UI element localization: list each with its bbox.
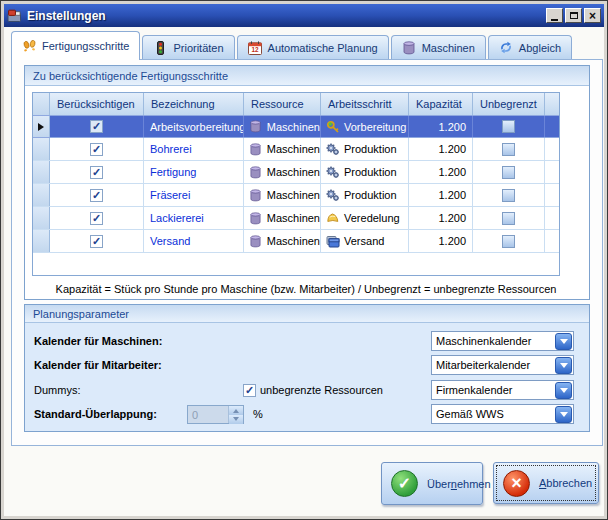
table-row[interactable]: Arbeitsvorbereitung Maschinen Vorbereitu… bbox=[33, 115, 559, 138]
staff-calendar-label: Kalender für Mitarbeiter: bbox=[34, 359, 162, 371]
col-bezeichnung[interactable]: Bezeichnung bbox=[144, 93, 244, 115]
gears-icon bbox=[325, 165, 340, 179]
col-ressource[interactable]: Ressource bbox=[244, 93, 321, 115]
params-group: Planungsparameter Kalender für Maschinen… bbox=[24, 304, 590, 432]
spinner-up-icon[interactable] bbox=[229, 406, 243, 415]
tab-label: Maschinen bbox=[422, 42, 475, 54]
settings-window: Einstellungen × Fertigungsschritte bbox=[0, 0, 608, 520]
staff-calendar-value: Mitarbeiterkalender bbox=[432, 359, 555, 371]
row-selector[interactable] bbox=[33, 207, 50, 229]
col-beruecksichtigen[interactable]: Berücksichtigen bbox=[50, 93, 144, 115]
tab-automatische-planung[interactable]: 12 Automatische Planung bbox=[237, 35, 389, 59]
percent-unit-label: % bbox=[253, 408, 263, 420]
unbegrenzt-cell bbox=[473, 207, 545, 229]
dummys-label: Dummys: bbox=[34, 384, 80, 396]
arbeitsschritt-label: Versand bbox=[344, 235, 384, 247]
col-unbegrenzt[interactable]: Unbegrenzt bbox=[473, 93, 545, 115]
key-icon bbox=[325, 120, 340, 134]
gem-icon bbox=[325, 211, 340, 225]
cancel-button[interactable]: × Abbrechen bbox=[493, 462, 599, 504]
staff-calendar-select[interactable]: Mitarbeiterkalender bbox=[431, 355, 574, 375]
tab-maschinen[interactable]: Maschinen bbox=[391, 35, 486, 59]
machines-calendar-row: Kalender für Maschinen: Maschinenkalende… bbox=[34, 331, 581, 351]
database-icon bbox=[248, 120, 263, 134]
row-selector[interactable] bbox=[33, 138, 50, 160]
capacity-note: Kapazität = Stück pro Stunde pro Maschin… bbox=[25, 283, 587, 295]
table-row[interactable]: Bohrerei Maschinen Produktion 1.200 bbox=[33, 138, 559, 161]
row-selector[interactable] bbox=[33, 184, 50, 206]
tab-label: Prioritäten bbox=[173, 42, 223, 54]
params-group-title: Planungsparameter bbox=[25, 305, 589, 323]
row-checkbox[interactable] bbox=[90, 120, 103, 133]
footprints-icon bbox=[22, 39, 37, 53]
row-checkbox[interactable] bbox=[90, 212, 103, 225]
table-row[interactable]: Lackiererei Maschinen Veredelung 1.200 bbox=[33, 207, 559, 230]
chevron-down-icon[interactable] bbox=[555, 333, 572, 350]
overlap-source-value: Gemäß WWS bbox=[432, 408, 555, 420]
ressource-label: Maschinen bbox=[267, 212, 320, 224]
table-header: Berücksichtigen Bezeichnung Ressource Ar… bbox=[33, 93, 559, 115]
bezeichnung-cell: Bohrerei bbox=[144, 138, 244, 160]
arbeitsschritt-cell: Produktion bbox=[321, 184, 409, 206]
ressource-cell: Maschinen bbox=[244, 116, 321, 137]
row-selector[interactable] bbox=[33, 230, 50, 252]
row-checkbox[interactable] bbox=[90, 235, 103, 248]
tab-page: Zu berücksichtigende Fertigungsschritte … bbox=[11, 59, 603, 446]
beruecksichtigen-cell bbox=[50, 184, 144, 206]
unbegrenzt-checkbox[interactable] bbox=[502, 235, 515, 248]
minimize-button[interactable] bbox=[546, 8, 563, 23]
database-icon bbox=[248, 142, 263, 156]
kapazitaet-cell: 1.200 bbox=[409, 207, 473, 229]
table-row[interactable]: Fertigung Maschinen Produktion 1.200 bbox=[33, 161, 559, 184]
unbegrenzte-ressourcen-checkbox[interactable] bbox=[243, 384, 256, 397]
unbegrenzt-checkbox[interactable] bbox=[502, 189, 515, 202]
staff-calendar-row: Kalender für Mitarbeiter: Mitarbeiterkal… bbox=[34, 355, 581, 375]
database-icon bbox=[248, 165, 263, 179]
table-row[interactable]: Versand Maschinen Versand 1.200 bbox=[33, 230, 559, 253]
chevron-down-icon[interactable] bbox=[555, 357, 572, 374]
database-icon bbox=[248, 188, 263, 202]
row-checkbox[interactable] bbox=[90, 189, 103, 202]
dummys-calendar-select[interactable]: Firmenkalender bbox=[431, 380, 574, 400]
tab-abgleich[interactable]: Abgleich bbox=[488, 35, 572, 59]
window-title: Einstellungen bbox=[27, 9, 541, 23]
steps-group-title: Zu berücksichtigende Fertigungsschritte bbox=[25, 66, 589, 86]
cancel-button-label: Abbrechen bbox=[539, 477, 592, 489]
unbegrenzt-checkbox[interactable] bbox=[502, 143, 515, 156]
overlap-source-select[interactable]: Gemäß WWS bbox=[431, 404, 574, 424]
overlap-spinner-value: 0 bbox=[188, 406, 228, 423]
col-kapazitaet[interactable]: Kapazität bbox=[409, 93, 473, 115]
bezeichnung-cell: Versand bbox=[144, 230, 244, 252]
close-button[interactable]: × bbox=[584, 8, 601, 23]
spinner-down-icon[interactable] bbox=[229, 415, 243, 424]
row-checkbox[interactable] bbox=[90, 166, 103, 179]
row-selector[interactable] bbox=[33, 161, 50, 183]
row-selector[interactable] bbox=[33, 116, 50, 137]
chevron-down-icon[interactable] bbox=[555, 382, 572, 399]
row-checkbox[interactable] bbox=[90, 143, 103, 156]
beruecksichtigen-cell bbox=[50, 230, 144, 252]
table-row[interactable]: Fräserei Maschinen Produktion 1.200 bbox=[33, 184, 559, 207]
titlebar[interactable]: Einstellungen × bbox=[4, 4, 604, 27]
maximize-icon bbox=[570, 12, 578, 19]
overlap-spinner[interactable]: 0 bbox=[187, 405, 244, 424]
green-check-icon: ✓ bbox=[391, 470, 418, 497]
minimize-icon bbox=[551, 19, 558, 21]
unbegrenzt-checkbox[interactable] bbox=[502, 212, 515, 225]
red-x-icon: × bbox=[503, 470, 530, 497]
machines-calendar-select[interactable]: Maschinenkalender bbox=[431, 331, 574, 351]
database-icon bbox=[248, 234, 263, 248]
arbeitsschritt-label: Veredelung bbox=[344, 212, 400, 224]
kapazitaet-cell: 1.200 bbox=[409, 138, 473, 160]
col-arbeitsschritt[interactable]: Arbeitsschritt bbox=[321, 93, 409, 115]
tab-fertigungsschritte[interactable]: Fertigungsschritte bbox=[11, 31, 140, 60]
arbeitsschritt-label: Produktion bbox=[344, 189, 397, 201]
tab-prioritaeten[interactable]: Prioritäten bbox=[142, 35, 234, 59]
maximize-button[interactable] bbox=[565, 8, 582, 23]
unbegrenzt-checkbox[interactable] bbox=[502, 166, 515, 179]
chevron-down-icon[interactable] bbox=[555, 406, 572, 423]
unbegrenzt-cell bbox=[473, 138, 545, 160]
unbegrenzt-checkbox[interactable] bbox=[502, 120, 515, 133]
apply-button[interactable]: ✓ Übernehmen bbox=[381, 462, 483, 505]
steps-table[interactable]: Berücksichtigen Bezeichnung Ressource Ar… bbox=[32, 92, 560, 276]
